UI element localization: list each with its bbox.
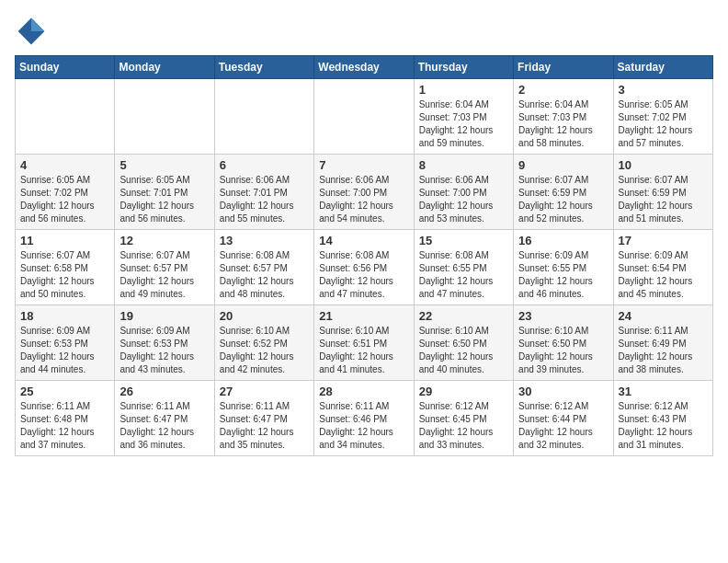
day-info: Sunrise: 6:07 AM Sunset: 6:57 PM Dayligh… <box>119 249 209 301</box>
calendar-cell: 4Sunrise: 6:05 AM Sunset: 7:02 PM Daylig… <box>16 155 115 230</box>
day-number: 31 <box>619 385 708 398</box>
day-info: Sunrise: 6:11 AM Sunset: 6:47 PM Dayligh… <box>220 400 309 452</box>
day-number: 11 <box>20 234 109 247</box>
calendar-cell <box>214 79 313 155</box>
day-info: Sunrise: 6:12 AM Sunset: 6:44 PM Dayligh… <box>518 400 608 452</box>
calendar-week-row: 4Sunrise: 6:05 AM Sunset: 7:02 PM Daylig… <box>16 155 713 230</box>
col-header-wednesday: Wednesday <box>314 56 414 79</box>
calendar-cell: 22Sunrise: 6:10 AM Sunset: 6:50 PM Dayli… <box>414 305 513 381</box>
calendar-cell: 21Sunrise: 6:10 AM Sunset: 6:51 PM Dayli… <box>314 305 414 381</box>
col-header-sunday: Sunday <box>16 56 115 79</box>
day-info: Sunrise: 6:07 AM Sunset: 6:58 PM Dayligh… <box>20 249 109 301</box>
day-number: 23 <box>518 309 608 323</box>
col-header-tuesday: Tuesday <box>214 56 313 79</box>
day-info: Sunrise: 6:06 AM Sunset: 7:00 PM Dayligh… <box>319 174 408 225</box>
day-number: 1 <box>419 83 508 97</box>
calendar-cell: 15Sunrise: 6:08 AM Sunset: 6:55 PM Dayli… <box>414 230 513 305</box>
col-header-saturday: Saturday <box>613 56 712 79</box>
day-number: 18 <box>20 309 109 323</box>
day-info: Sunrise: 6:12 AM Sunset: 6:43 PM Dayligh… <box>619 400 708 452</box>
calendar-cell: 27Sunrise: 6:11 AM Sunset: 6:47 PM Dayli… <box>214 381 313 456</box>
svg-marker-1 <box>31 18 44 31</box>
day-number: 22 <box>419 309 508 323</box>
day-info: Sunrise: 6:09 AM Sunset: 6:53 PM Dayligh… <box>119 325 209 376</box>
calendar-cell: 6Sunrise: 6:06 AM Sunset: 7:01 PM Daylig… <box>214 155 313 230</box>
calendar-cell: 14Sunrise: 6:08 AM Sunset: 6:56 PM Dayli… <box>314 230 414 305</box>
day-number: 24 <box>619 309 708 323</box>
calendar-cell: 5Sunrise: 6:05 AM Sunset: 7:01 PM Daylig… <box>115 155 214 230</box>
day-info: Sunrise: 6:10 AM Sunset: 6:50 PM Dayligh… <box>518 325 608 376</box>
calendar-cell: 8Sunrise: 6:06 AM Sunset: 7:00 PM Daylig… <box>414 155 513 230</box>
day-number: 4 <box>20 158 109 172</box>
day-info: Sunrise: 6:10 AM Sunset: 6:51 PM Dayligh… <box>319 325 408 376</box>
day-number: 19 <box>119 309 209 323</box>
day-number: 28 <box>319 385 408 398</box>
day-info: Sunrise: 6:11 AM Sunset: 6:46 PM Dayligh… <box>319 400 408 452</box>
day-info: Sunrise: 6:04 AM Sunset: 7:03 PM Dayligh… <box>419 98 508 150</box>
calendar-cell: 13Sunrise: 6:08 AM Sunset: 6:57 PM Dayli… <box>214 230 313 305</box>
day-number: 10 <box>619 158 708 172</box>
day-info: Sunrise: 6:05 AM Sunset: 7:01 PM Dayligh… <box>119 174 209 225</box>
calendar-table: SundayMondayTuesdayWednesdayThursdayFrid… <box>15 55 713 456</box>
day-number: 16 <box>518 234 608 247</box>
calendar-cell: 1Sunrise: 6:04 AM Sunset: 7:03 PM Daylig… <box>414 79 513 155</box>
day-info: Sunrise: 6:12 AM Sunset: 6:45 PM Dayligh… <box>419 400 508 452</box>
day-number: 7 <box>319 158 408 172</box>
day-number: 6 <box>220 158 309 172</box>
calendar-cell: 30Sunrise: 6:12 AM Sunset: 6:44 PM Dayli… <box>514 381 613 456</box>
day-info: Sunrise: 6:10 AM Sunset: 6:50 PM Dayligh… <box>419 325 508 376</box>
calendar-week-row: 1Sunrise: 6:04 AM Sunset: 7:03 PM Daylig… <box>16 79 713 155</box>
day-info: Sunrise: 6:06 AM Sunset: 7:01 PM Dayligh… <box>220 174 309 225</box>
day-number: 13 <box>220 234 309 247</box>
day-number: 21 <box>319 309 408 323</box>
day-number: 29 <box>419 385 508 398</box>
day-number: 25 <box>20 385 109 398</box>
calendar-cell: 7Sunrise: 6:06 AM Sunset: 7:00 PM Daylig… <box>314 155 414 230</box>
day-number: 2 <box>518 83 608 97</box>
col-header-monday: Monday <box>115 56 214 79</box>
calendar-cell <box>314 79 414 155</box>
day-info: Sunrise: 6:09 AM Sunset: 6:54 PM Dayligh… <box>619 249 708 301</box>
calendar-cell: 2Sunrise: 6:04 AM Sunset: 7:03 PM Daylig… <box>514 79 613 155</box>
day-info: Sunrise: 6:05 AM Sunset: 7:02 PM Dayligh… <box>619 98 708 150</box>
calendar-cell: 11Sunrise: 6:07 AM Sunset: 6:58 PM Dayli… <box>16 230 115 305</box>
calendar-cell: 31Sunrise: 6:12 AM Sunset: 6:43 PM Dayli… <box>613 381 712 456</box>
day-info: Sunrise: 6:08 AM Sunset: 6:56 PM Dayligh… <box>319 249 408 301</box>
logo <box>15 15 53 48</box>
calendar-cell: 29Sunrise: 6:12 AM Sunset: 6:45 PM Dayli… <box>414 381 513 456</box>
day-info: Sunrise: 6:07 AM Sunset: 6:59 PM Dayligh… <box>518 174 608 225</box>
calendar-cell: 19Sunrise: 6:09 AM Sunset: 6:53 PM Dayli… <box>115 305 214 381</box>
col-header-thursday: Thursday <box>414 56 513 79</box>
calendar-cell <box>16 79 115 155</box>
calendar-week-row: 11Sunrise: 6:07 AM Sunset: 6:58 PM Dayli… <box>16 230 713 305</box>
day-number: 9 <box>518 158 608 172</box>
day-info: Sunrise: 6:09 AM Sunset: 6:55 PM Dayligh… <box>518 249 608 301</box>
day-info: Sunrise: 6:06 AM Sunset: 7:00 PM Dayligh… <box>419 174 508 225</box>
calendar-week-row: 25Sunrise: 6:11 AM Sunset: 6:48 PM Dayli… <box>16 381 713 456</box>
calendar-cell: 25Sunrise: 6:11 AM Sunset: 6:48 PM Dayli… <box>16 381 115 456</box>
col-header-friday: Friday <box>514 56 613 79</box>
calendar-cell: 26Sunrise: 6:11 AM Sunset: 6:47 PM Dayli… <box>115 381 214 456</box>
day-number: 3 <box>619 83 708 97</box>
calendar-cell: 9Sunrise: 6:07 AM Sunset: 6:59 PM Daylig… <box>514 155 613 230</box>
calendar-cell: 20Sunrise: 6:10 AM Sunset: 6:52 PM Dayli… <box>214 305 313 381</box>
day-number: 14 <box>319 234 408 247</box>
day-number: 15 <box>419 234 508 247</box>
calendar-cell: 24Sunrise: 6:11 AM Sunset: 6:49 PM Dayli… <box>613 305 712 381</box>
day-info: Sunrise: 6:08 AM Sunset: 6:55 PM Dayligh… <box>419 249 508 301</box>
day-info: Sunrise: 6:05 AM Sunset: 7:02 PM Dayligh… <box>20 174 109 225</box>
day-number: 26 <box>119 385 209 398</box>
page-header <box>15 15 713 48</box>
day-info: Sunrise: 6:11 AM Sunset: 6:49 PM Dayligh… <box>619 325 708 376</box>
logo-icon <box>15 15 48 48</box>
day-number: 12 <box>119 234 209 247</box>
day-info: Sunrise: 6:11 AM Sunset: 6:47 PM Dayligh… <box>119 400 209 452</box>
day-info: Sunrise: 6:07 AM Sunset: 6:59 PM Dayligh… <box>619 174 708 225</box>
calendar-cell: 3Sunrise: 6:05 AM Sunset: 7:02 PM Daylig… <box>613 79 712 155</box>
day-number: 27 <box>220 385 309 398</box>
calendar-cell: 10Sunrise: 6:07 AM Sunset: 6:59 PM Dayli… <box>613 155 712 230</box>
calendar-header-row: SundayMondayTuesdayWednesdayThursdayFrid… <box>16 56 713 79</box>
calendar-cell: 17Sunrise: 6:09 AM Sunset: 6:54 PM Dayli… <box>613 230 712 305</box>
day-number: 8 <box>419 158 508 172</box>
day-info: Sunrise: 6:04 AM Sunset: 7:03 PM Dayligh… <box>518 98 608 150</box>
